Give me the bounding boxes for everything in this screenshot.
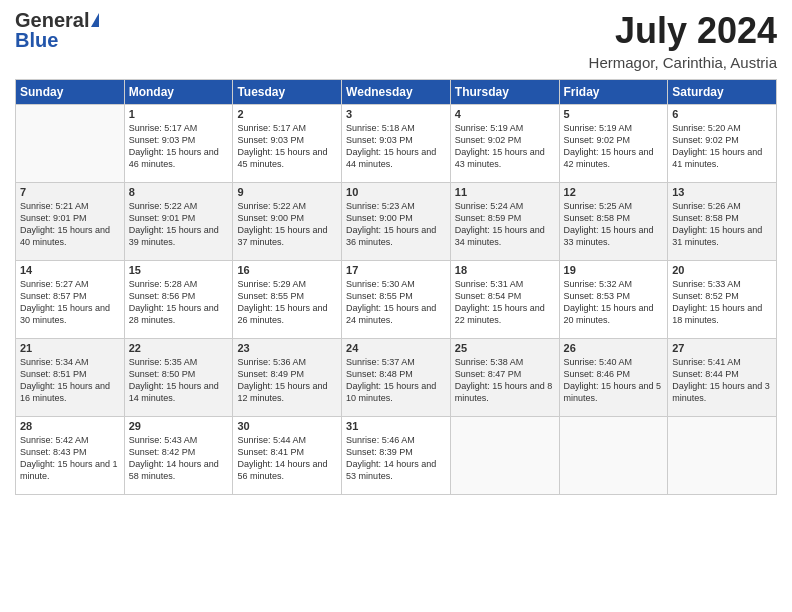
day-info: Sunrise: 5:24 AMSunset: 8:59 PMDaylight:… (455, 200, 555, 249)
table-row: 25Sunrise: 5:38 AMSunset: 8:47 PMDayligh… (450, 339, 559, 417)
table-row: 29Sunrise: 5:43 AMSunset: 8:42 PMDayligh… (124, 417, 233, 495)
table-row (668, 417, 777, 495)
table-row: 1Sunrise: 5:17 AMSunset: 9:03 PMDaylight… (124, 105, 233, 183)
table-row: 21Sunrise: 5:34 AMSunset: 8:51 PMDayligh… (16, 339, 125, 417)
day-number: 8 (129, 186, 229, 198)
table-row: 19Sunrise: 5:32 AMSunset: 8:53 PMDayligh… (559, 261, 668, 339)
col-wednesday: Wednesday (342, 80, 451, 105)
day-info: Sunrise: 5:37 AMSunset: 8:48 PMDaylight:… (346, 356, 446, 405)
table-row: 24Sunrise: 5:37 AMSunset: 8:48 PMDayligh… (342, 339, 451, 417)
table-row: 3Sunrise: 5:18 AMSunset: 9:03 PMDaylight… (342, 105, 451, 183)
location-title: Hermagor, Carinthia, Austria (589, 54, 777, 71)
day-number: 27 (672, 342, 772, 354)
day-number: 16 (237, 264, 337, 276)
day-info: Sunrise: 5:19 AMSunset: 9:02 PMDaylight:… (455, 122, 555, 171)
day-info: Sunrise: 5:22 AMSunset: 9:01 PMDaylight:… (129, 200, 229, 249)
day-number: 4 (455, 108, 555, 120)
table-row: 4Sunrise: 5:19 AMSunset: 9:02 PMDaylight… (450, 105, 559, 183)
day-number: 5 (564, 108, 664, 120)
table-row: 5Sunrise: 5:19 AMSunset: 9:02 PMDaylight… (559, 105, 668, 183)
table-row: 31Sunrise: 5:46 AMSunset: 8:39 PMDayligh… (342, 417, 451, 495)
day-info: Sunrise: 5:21 AMSunset: 9:01 PMDaylight:… (20, 200, 120, 249)
day-number: 20 (672, 264, 772, 276)
day-info: Sunrise: 5:17 AMSunset: 9:03 PMDaylight:… (129, 122, 229, 171)
main-container: General Blue July 2024 Hermagor, Carinth… (0, 0, 792, 505)
calendar-week-row: 28Sunrise: 5:42 AMSunset: 8:43 PMDayligh… (16, 417, 777, 495)
day-number: 7 (20, 186, 120, 198)
day-info: Sunrise: 5:28 AMSunset: 8:56 PMDaylight:… (129, 278, 229, 327)
logo-blue-text: Blue (15, 30, 58, 50)
table-row: 28Sunrise: 5:42 AMSunset: 8:43 PMDayligh… (16, 417, 125, 495)
day-number: 1 (129, 108, 229, 120)
table-row (450, 417, 559, 495)
day-info: Sunrise: 5:32 AMSunset: 8:53 PMDaylight:… (564, 278, 664, 327)
day-number: 25 (455, 342, 555, 354)
day-number: 3 (346, 108, 446, 120)
day-number: 21 (20, 342, 120, 354)
day-number: 28 (20, 420, 120, 432)
table-row: 7Sunrise: 5:21 AMSunset: 9:01 PMDaylight… (16, 183, 125, 261)
table-row (559, 417, 668, 495)
table-row: 26Sunrise: 5:40 AMSunset: 8:46 PMDayligh… (559, 339, 668, 417)
day-info: Sunrise: 5:19 AMSunset: 9:02 PMDaylight:… (564, 122, 664, 171)
table-row: 23Sunrise: 5:36 AMSunset: 8:49 PMDayligh… (233, 339, 342, 417)
day-number: 2 (237, 108, 337, 120)
day-number: 17 (346, 264, 446, 276)
calendar-table: Sunday Monday Tuesday Wednesday Thursday… (15, 79, 777, 495)
day-info: Sunrise: 5:20 AMSunset: 9:02 PMDaylight:… (672, 122, 772, 171)
day-info: Sunrise: 5:26 AMSunset: 8:58 PMDaylight:… (672, 200, 772, 249)
day-info: Sunrise: 5:17 AMSunset: 9:03 PMDaylight:… (237, 122, 337, 171)
col-thursday: Thursday (450, 80, 559, 105)
calendar-week-row: 21Sunrise: 5:34 AMSunset: 8:51 PMDayligh… (16, 339, 777, 417)
day-number: 11 (455, 186, 555, 198)
calendar-week-row: 1Sunrise: 5:17 AMSunset: 9:03 PMDaylight… (16, 105, 777, 183)
table-row: 13Sunrise: 5:26 AMSunset: 8:58 PMDayligh… (668, 183, 777, 261)
table-row: 16Sunrise: 5:29 AMSunset: 8:55 PMDayligh… (233, 261, 342, 339)
table-row: 10Sunrise: 5:23 AMSunset: 9:00 PMDayligh… (342, 183, 451, 261)
day-info: Sunrise: 5:42 AMSunset: 8:43 PMDaylight:… (20, 434, 120, 483)
header: General Blue July 2024 Hermagor, Carinth… (15, 10, 777, 71)
day-number: 19 (564, 264, 664, 276)
day-number: 18 (455, 264, 555, 276)
day-info: Sunrise: 5:44 AMSunset: 8:41 PMDaylight:… (237, 434, 337, 483)
day-number: 29 (129, 420, 229, 432)
table-row: 11Sunrise: 5:24 AMSunset: 8:59 PMDayligh… (450, 183, 559, 261)
day-number: 10 (346, 186, 446, 198)
day-info: Sunrise: 5:35 AMSunset: 8:50 PMDaylight:… (129, 356, 229, 405)
day-info: Sunrise: 5:34 AMSunset: 8:51 PMDaylight:… (20, 356, 120, 405)
table-row: 6Sunrise: 5:20 AMSunset: 9:02 PMDaylight… (668, 105, 777, 183)
col-monday: Monday (124, 80, 233, 105)
col-saturday: Saturday (668, 80, 777, 105)
table-row: 14Sunrise: 5:27 AMSunset: 8:57 PMDayligh… (16, 261, 125, 339)
day-info: Sunrise: 5:18 AMSunset: 9:03 PMDaylight:… (346, 122, 446, 171)
table-row: 20Sunrise: 5:33 AMSunset: 8:52 PMDayligh… (668, 261, 777, 339)
day-number: 12 (564, 186, 664, 198)
month-title: July 2024 (589, 10, 777, 52)
table-row: 2Sunrise: 5:17 AMSunset: 9:03 PMDaylight… (233, 105, 342, 183)
day-info: Sunrise: 5:46 AMSunset: 8:39 PMDaylight:… (346, 434, 446, 483)
col-sunday: Sunday (16, 80, 125, 105)
day-number: 30 (237, 420, 337, 432)
col-tuesday: Tuesday (233, 80, 342, 105)
day-info: Sunrise: 5:38 AMSunset: 8:47 PMDaylight:… (455, 356, 555, 405)
day-info: Sunrise: 5:22 AMSunset: 9:00 PMDaylight:… (237, 200, 337, 249)
day-info: Sunrise: 5:43 AMSunset: 8:42 PMDaylight:… (129, 434, 229, 483)
day-number: 6 (672, 108, 772, 120)
day-number: 9 (237, 186, 337, 198)
title-area: July 2024 Hermagor, Carinthia, Austria (589, 10, 777, 71)
day-info: Sunrise: 5:29 AMSunset: 8:55 PMDaylight:… (237, 278, 337, 327)
day-info: Sunrise: 5:30 AMSunset: 8:55 PMDaylight:… (346, 278, 446, 327)
table-row: 12Sunrise: 5:25 AMSunset: 8:58 PMDayligh… (559, 183, 668, 261)
day-number: 13 (672, 186, 772, 198)
day-number: 23 (237, 342, 337, 354)
day-info: Sunrise: 5:31 AMSunset: 8:54 PMDaylight:… (455, 278, 555, 327)
table-row: 8Sunrise: 5:22 AMSunset: 9:01 PMDaylight… (124, 183, 233, 261)
col-friday: Friday (559, 80, 668, 105)
day-number: 24 (346, 342, 446, 354)
table-row: 22Sunrise: 5:35 AMSunset: 8:50 PMDayligh… (124, 339, 233, 417)
day-info: Sunrise: 5:23 AMSunset: 9:00 PMDaylight:… (346, 200, 446, 249)
day-info: Sunrise: 5:41 AMSunset: 8:44 PMDaylight:… (672, 356, 772, 405)
day-number: 15 (129, 264, 229, 276)
day-info: Sunrise: 5:27 AMSunset: 8:57 PMDaylight:… (20, 278, 120, 327)
day-info: Sunrise: 5:25 AMSunset: 8:58 PMDaylight:… (564, 200, 664, 249)
